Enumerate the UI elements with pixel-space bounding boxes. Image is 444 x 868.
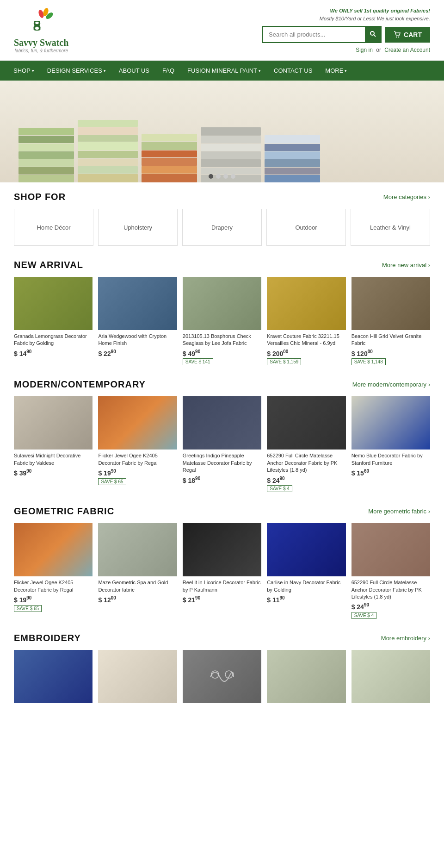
product-price: $ 1990 — [98, 468, 177, 477]
product-name: Reel it in Licorice Decorator Fabric by … — [183, 579, 261, 593]
nav-item-fusion[interactable]: FUSION MINERAL PAINT ▾ — [181, 61, 267, 81]
product-name: Nemo Blue Decorator Fabric by Stanford F… — [352, 452, 430, 467]
category-leather[interactable]: Leather & Vinyl — [351, 209, 430, 246]
sign-in-link[interactable]: Sign in — [356, 47, 373, 53]
product-name: Sulawesi Midnight Decorative Fabric by V… — [14, 452, 92, 467]
product-name: Kravet Couture Fabric 32211.15 Versaille… — [267, 333, 345, 347]
create-account-link[interactable]: Create an Account — [384, 47, 430, 53]
product-save-badge: SAVE $ 1,159 — [267, 358, 301, 365]
chevron-down-icon-4: ▾ — [345, 69, 347, 73]
nav-item-design[interactable]: DESIGN SERVICES ▾ — [41, 61, 112, 81]
hero-dot-2[interactable] — [216, 174, 221, 179]
product-name: Granada Lemongrass Decorator Fabric by G… — [14, 333, 92, 347]
product-price: $ 2490 — [352, 602, 430, 611]
product-image — [14, 277, 92, 330]
product-price: $ 1490 — [14, 349, 92, 357]
nav-fusion-label: FUSION MINERAL PAINT — [187, 67, 257, 74]
product-card[interactable]: Reel it in Licorice Decorator Fabric by … — [183, 523, 261, 619]
category-drapery[interactable]: Drapery — [182, 209, 262, 246]
category-outdoor[interactable]: Outdoor — [266, 209, 346, 246]
product-card[interactable]: 652290 Full Circle Matelasse Anchor Deco… — [352, 523, 430, 619]
product-card[interactable]: Sulawesi Midnight Decorative Fabric by V… — [14, 396, 92, 492]
product-card[interactable]: Aria Wedgewood with Crypton Home Finish … — [98, 277, 177, 365]
product-card[interactable]: Beacon Hill Grid Velvet Granite Fabric $… — [352, 277, 430, 365]
product-card[interactable]: Flicker Jewel Ogee K2405 Decorator Fabri… — [98, 396, 177, 492]
category-upholstery[interactable]: Upholstery — [98, 209, 178, 246]
logo-text: Savvy Swatch — [14, 37, 68, 48]
product-image — [352, 396, 430, 450]
product-price: $ 2490 — [267, 476, 345, 484]
product-card[interactable] — [14, 650, 92, 703]
product-save-badge: SAVE $ 65 — [98, 478, 126, 485]
product-save-badge: SAVE $ 4 — [267, 485, 292, 492]
header: S S Savvy Swatch fabrics, fun, & further… — [0, 0, 444, 61]
product-image — [183, 523, 261, 576]
cart-button[interactable]: CART — [385, 27, 430, 43]
product-card[interactable]: Granada Lemongrass Decorator Fabric by G… — [14, 277, 92, 365]
product-image — [267, 523, 345, 576]
product-card[interactable]: Carlise in Navy Decorator Fabric by Gold… — [267, 523, 345, 619]
product-card[interactable]: 2013105.13 Bosphorus Check Seaglass by L… — [183, 277, 261, 365]
product-name: Maze Geometric Spa and Gold Decorator fa… — [98, 579, 177, 593]
logo-icon: S S — [26, 7, 56, 37]
product-price: $ 1890 — [183, 476, 261, 484]
product-price: $ 1560 — [352, 468, 430, 477]
geometric-more[interactable]: More geometric fabric › — [368, 508, 430, 515]
product-card[interactable]: 652290 Full Circle Matelasse Anchor Deco… — [267, 396, 345, 492]
product-image — [183, 277, 261, 330]
nav-item-shop[interactable]: SHOP ▾ — [7, 61, 41, 81]
nav-item-contact[interactable]: CONTACT US — [267, 61, 319, 81]
nav-faq-label: FAQ — [162, 67, 174, 74]
cart-label: CART — [404, 31, 422, 38]
header-actions: CART — [262, 26, 430, 43]
modern-title: MODERN/CONTEMPORARY — [14, 379, 146, 390]
nav-item-about[interactable]: ABOUT US — [112, 61, 156, 81]
hero-dot-4[interactable] — [231, 174, 235, 179]
new-arrival-more[interactable]: More new arrival › — [382, 262, 430, 269]
svg-text:S: S — [33, 17, 41, 34]
modern-more[interactable]: More modern/contemporary › — [352, 381, 430, 388]
nav-item-more[interactable]: MORE ▾ — [319, 61, 353, 81]
geometric-title: GEOMETRIC FABRIC — [14, 506, 114, 517]
product-card[interactable]: Nemo Blue Decorator Fabric by Stanford F… — [352, 396, 430, 492]
product-image — [352, 650, 430, 703]
product-name: 652290 Full Circle Matelasse Anchor Deco… — [352, 579, 430, 600]
new-arrival-products: Granada Lemongrass Decorator Fabric by G… — [14, 277, 430, 365]
hero-dots — [209, 174, 235, 179]
search-button[interactable] — [365, 27, 381, 42]
product-card[interactable]: Flicker Jewel Ogee K2405 Decorator Fabri… — [14, 523, 92, 619]
product-price: $ 1990 — [14, 595, 92, 604]
chevron-down-icon: ▾ — [32, 69, 34, 73]
product-image — [267, 396, 345, 450]
nav-item-faq[interactable]: FAQ — [156, 61, 181, 81]
product-name: Aria Wedgewood with Crypton Home Finish — [98, 333, 177, 347]
product-card[interactable]: Maze Geometric Spa and Gold Decorator fa… — [98, 523, 177, 619]
category-home-decor[interactable]: Home Décor — [14, 209, 93, 246]
product-card[interactable] — [352, 650, 430, 703]
logo-area: S S Savvy Swatch fabrics, fun, & further… — [14, 7, 68, 53]
logo-tagline: fabrics, fun, & furthermore — [14, 48, 68, 53]
hero-dot-1[interactable] — [209, 174, 213, 179]
product-card[interactable] — [267, 650, 345, 703]
product-card[interactable] — [98, 650, 177, 703]
chevron-down-icon-2: ▾ — [104, 69, 106, 73]
search-input[interactable] — [263, 27, 365, 42]
new-arrival-section: NEW ARRIVAL More new arrival › Granada L… — [0, 255, 444, 375]
product-card[interactable]: Kravet Couture Fabric 32211.15 Versaille… — [267, 277, 345, 365]
product-name: Greetings Indigo Pineapple Matelasse Dec… — [183, 452, 261, 474]
search-box — [262, 26, 382, 43]
embroidery-more[interactable]: More embroidery › — [381, 635, 430, 642]
nav-more-label: MORE — [325, 67, 343, 74]
product-image — [98, 650, 177, 703]
product-image — [267, 650, 345, 703]
product-name: Carlise in Navy Decorator Fabric by Gold… — [267, 579, 345, 593]
navigation: SHOP ▾ DESIGN SERVICES ▾ ABOUT US FAQ FU… — [0, 61, 444, 81]
product-image — [14, 523, 92, 576]
product-card[interactable]: Greetings Indigo Pineapple Matelasse Dec… — [183, 396, 261, 492]
product-name: Beacon Hill Grid Velvet Granite Fabric — [352, 333, 430, 347]
product-card[interactable] — [183, 650, 261, 703]
hero-dot-3[interactable] — [223, 174, 228, 179]
shop-for-more[interactable]: More categories › — [383, 194, 430, 200]
chevron-down-icon-3: ▾ — [259, 69, 261, 73]
product-image — [183, 396, 261, 450]
